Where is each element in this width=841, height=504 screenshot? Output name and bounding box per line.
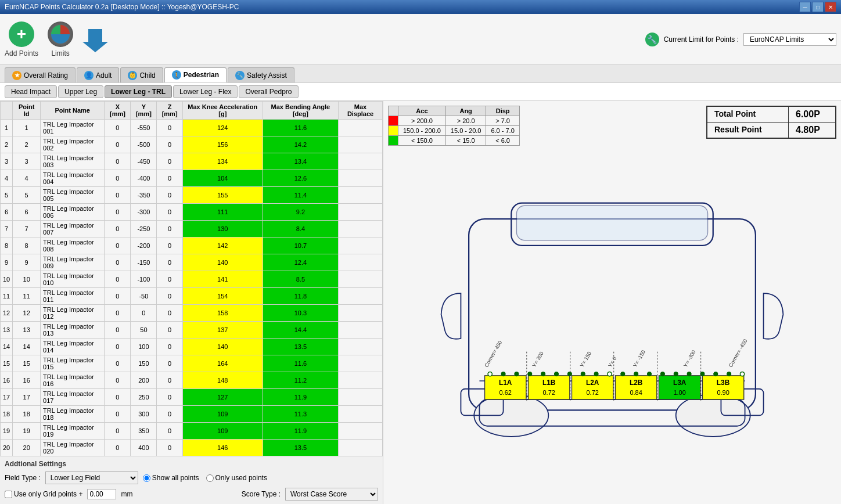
- cell-z: 0: [157, 288, 183, 305]
- cell-y: 350: [131, 423, 157, 440]
- cell-ang: 11.6: [263, 355, 338, 372]
- cell-id: 11: [13, 288, 41, 305]
- table-row: 11 11 TRL Leg Impactor 011 0 -50 0 154 1…: [1, 288, 383, 305]
- svg-point-66: [634, 372, 638, 376]
- legend-red-ang: > 20.0: [445, 116, 486, 126]
- table-row: 3 3 TRL Leg Impactor 003 0 -450 0 134 13…: [1, 153, 383, 170]
- cell-acc: 141: [182, 271, 263, 288]
- cell-name: TRL Leg Impactor 006: [41, 204, 105, 221]
- cell-id: 9: [13, 254, 41, 271]
- cell-id: 8: [13, 237, 41, 254]
- sub-tab-lower-leg-flex[interactable]: Lower Leg - Flex: [173, 85, 238, 98]
- cell-id: 20: [13, 440, 41, 456]
- cell-acc: 164: [182, 355, 263, 372]
- svg-text:0.72: 0.72: [543, 388, 555, 395]
- svg-point-54: [488, 372, 492, 376]
- cell-y: 0: [131, 305, 157, 322]
- svg-text:L2A: L2A: [586, 379, 599, 387]
- total-point-label: Total Point: [707, 107, 789, 122]
- tab-safety-assist[interactable]: 🔧 Safety Assist: [228, 67, 294, 82]
- adult-icon: 👤: [84, 71, 94, 80]
- mm-unit: mm: [121, 490, 132, 498]
- bottom-controls: Addtional Settings Field Type : Lower Le…: [0, 456, 383, 504]
- cell-z: 0: [157, 339, 183, 355]
- tab-overall-rating[interactable]: ★ Overall Rating: [5, 67, 76, 82]
- cell-rownum: 16: [1, 372, 13, 389]
- cell-acc: 142: [182, 237, 263, 254]
- svg-text:L1B: L1B: [542, 379, 556, 387]
- download-button[interactable]: [82, 27, 108, 52]
- cell-acc: 158: [182, 305, 263, 322]
- cell-rownum: 17: [1, 389, 13, 406]
- cell-id: 7: [13, 221, 41, 237]
- show-all-radio[interactable]: Show all points: [143, 474, 199, 482]
- maximize-button[interactable]: □: [812, 2, 824, 12]
- sub-tab-overall-pedpro[interactable]: Overall Pedpro: [239, 85, 298, 98]
- cell-rownum: 11: [1, 288, 13, 305]
- cell-ang: 12.4: [263, 254, 338, 271]
- cell-name: TRL Leg Impactor 001: [41, 120, 105, 136]
- cell-rownum: 15: [1, 355, 13, 372]
- cell-x: 0: [105, 254, 131, 271]
- field-type-dropdown[interactable]: Lower Leg Field: [45, 471, 138, 484]
- cell-rownum: 9: [1, 254, 13, 271]
- show-all-label: Show all points: [152, 474, 199, 482]
- only-used-radio[interactable]: Only used points: [206, 474, 267, 482]
- cell-name: TRL Leg Impactor 002: [41, 136, 105, 153]
- cell-x: 0: [105, 288, 131, 305]
- cell-id: 1: [13, 120, 41, 136]
- close-button[interactable]: ✕: [825, 2, 836, 12]
- score-type-dropdown[interactable]: Worst Case Score: [285, 488, 378, 501]
- cell-x: 0: [105, 237, 131, 254]
- cell-y: -500: [131, 136, 157, 153]
- table-row: 16 16 TRL Leg Impactor 016 0 200 0 148 1…: [1, 372, 383, 389]
- tab-child[interactable]: 👶 Child: [120, 67, 163, 82]
- cell-acc: 134: [182, 153, 263, 170]
- limits-dropdown[interactable]: EuroNCAP Limits: [743, 33, 836, 46]
- table-row: 4 4 TRL Leg Impactor 004 0 -400 0 104 12…: [1, 170, 383, 187]
- show-all-radio-input[interactable]: [143, 474, 150, 482]
- cell-ang: 14.4: [263, 322, 338, 339]
- sub-tab-head-impact[interactable]: Head Impact: [5, 85, 57, 98]
- cell-acc: 127: [182, 389, 263, 406]
- car-svg: L1A 0.62 L1B 0.72 L2A 0.72: [426, 186, 798, 465]
- grid-points-value[interactable]: [87, 489, 116, 499]
- add-points-button[interactable]: + Add Points: [5, 21, 38, 57]
- svg-point-58: [515, 372, 519, 376]
- minimize-button[interactable]: ─: [799, 2, 811, 12]
- cell-rownum: 13: [1, 322, 13, 339]
- only-used-label: Only used points: [215, 474, 267, 482]
- col-header-ang: Max Bending Angle [deg]: [263, 102, 338, 120]
- legend-green-disp: < 6.0: [486, 136, 519, 146]
- col-header-x: X [mm]: [105, 102, 131, 120]
- sub-tab-upper-leg[interactable]: Upper Leg: [58, 85, 103, 98]
- cell-id: 12: [13, 305, 41, 322]
- grid-points-checkbox-input[interactable]: [5, 491, 12, 498]
- svg-text:Y= -150: Y= -150: [632, 349, 646, 368]
- data-table-wrapper[interactable]: Point Id Point Name X [mm] Y [mm] Z [mm]…: [0, 101, 383, 456]
- cell-acc: 154: [182, 288, 263, 305]
- total-point-row: Total Point 6.00P: [707, 107, 835, 123]
- cell-rownum: 4: [1, 170, 13, 187]
- limits-icon-inner: [51, 25, 70, 44]
- cell-x: 0: [105, 389, 131, 406]
- tab-adult[interactable]: 👤 Adult: [77, 67, 119, 82]
- cell-name: TRL Leg Impactor 017: [41, 389, 105, 406]
- limits-button[interactable]: Limits: [48, 21, 73, 57]
- safety-assist-icon: 🔧: [235, 71, 245, 80]
- cell-acc: 146: [182, 440, 263, 456]
- cell-disp: [339, 288, 383, 305]
- sub-tab-lower-leg-trl[interactable]: Lower Leg - TRL: [105, 85, 172, 98]
- cell-acc: 124: [182, 120, 263, 136]
- grid-points-checkbox[interactable]: Use only Grid points +: [5, 490, 82, 498]
- cell-acc: 156: [182, 136, 263, 153]
- result-point-label: Result Point: [707, 123, 789, 138]
- cell-name: TRL Leg Impactor 010: [41, 271, 105, 288]
- svg-text:1.00: 1.00: [673, 388, 685, 395]
- tab-pedestrian[interactable]: 🚶 Pedestrian: [164, 67, 227, 82]
- bottom-row1: Field Type : Lower Leg Field Show all po…: [5, 471, 378, 484]
- cell-acc: 140: [182, 254, 263, 271]
- cell-ang: 13.5: [263, 339, 338, 355]
- only-used-radio-input[interactable]: [206, 474, 214, 482]
- cell-z: 0: [157, 305, 183, 322]
